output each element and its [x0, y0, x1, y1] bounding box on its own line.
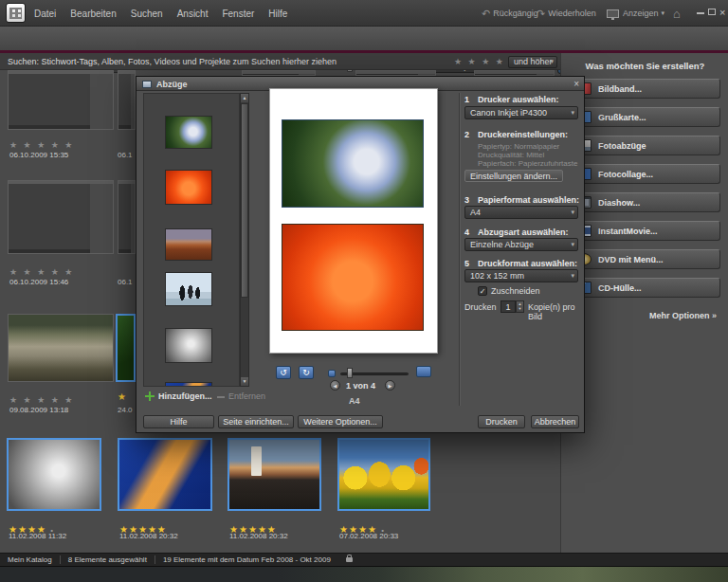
redo-icon: ↷ [537, 8, 545, 20]
add-photos-button[interactable]: Hinzufügen... [158, 391, 212, 401]
chevron-down-icon: ▾ [571, 209, 574, 216]
catalog-name: Mein Katalog [0, 555, 61, 564]
step-number: 4 [464, 227, 469, 237]
restore-button[interactable] [708, 9, 716, 15]
thumbnail-tulips[interactable] [337, 438, 430, 511]
chevron-down-icon: ▾ [571, 241, 574, 248]
partial-thumbnail[interactable] [118, 180, 136, 254]
display-menu-button[interactable]: Anzeigen ▾ [607, 0, 664, 27]
create-photo-collage-button[interactable]: Fotocollage... [569, 164, 720, 184]
dialog-divider [459, 93, 460, 406]
rating-stars[interactable]: ★ ★ ★ ★ ★ [9, 267, 74, 277]
rotate-right-icon[interactable]: ↻ [299, 366, 314, 379]
redo-button[interactable]: ↷ Wiederholen [537, 0, 596, 27]
thumbnail-screenshot-2[interactable] [8, 180, 114, 254]
partial-thumbnail[interactable] [118, 70, 136, 130]
create-panel-title: Was möchten Sie erstellen? [561, 61, 728, 71]
rating-filter-select[interactable]: und höher ▾ [508, 56, 557, 68]
thumbnail-car[interactable] [8, 314, 114, 382]
create-dvd-menu-button[interactable]: DVD mit Menü... [569, 249, 720, 269]
rotate-left-icon[interactable]: ↺ [276, 366, 291, 379]
chevron-down-icon: ▾ [662, 9, 665, 17]
minimize-button[interactable] [697, 12, 704, 14]
printer-select[interactable]: Canon Inkjet iP4300 ▾ [464, 106, 578, 119]
queue-thumb-jellyfish[interactable] [165, 382, 212, 387]
item-date: 24.0 [118, 406, 133, 414]
menu-bearbeiten[interactable]: Bearbeiten [70, 9, 116, 19]
paper-size-select[interactable]: A4 ▾ [464, 206, 578, 219]
remove-icon [217, 396, 225, 398]
lock-icon [346, 557, 353, 562]
rating-stars[interactable]: ★ [118, 391, 127, 402]
create-greeting-card-button[interactable]: Grußkarte... [569, 107, 720, 127]
menu-hilfe[interactable]: Hilfe [268, 9, 287, 19]
crop-checkbox[interactable]: ✓ [478, 286, 487, 296]
change-settings-button[interactable]: Einstellungen ändern... [464, 170, 563, 182]
menu-fenster[interactable]: Fenster [222, 9, 254, 19]
strip-scrollbar[interactable]: ▲ ▼ [240, 93, 249, 387]
thumbnail-jellyfish[interactable] [118, 438, 212, 511]
queue-thumb-desert[interactable] [165, 228, 212, 261]
create-photo-book-button[interactable]: Bildband... [569, 79, 720, 99]
create-cd-jacket-button[interactable]: CD-Hülle... [569, 278, 720, 298]
thumbnail-koala[interactable] [7, 438, 101, 511]
copies-stepper[interactable]: ▲ ▼ [516, 300, 524, 313]
help-button[interactable]: Hilfe [143, 415, 214, 428]
zoom-slider-handle[interactable] [347, 368, 353, 378]
status-bar: Mein Katalog 8 Elemente ausgewählt 19 El… [0, 553, 728, 566]
create-instant-movie-button[interactable]: InstantMovie... [569, 221, 720, 241]
step-number: 5 [464, 259, 469, 268]
menu-bar: Datei Bearbeiten Suchen Ansicht Fenster … [34, 0, 301, 27]
thumbnail-screenshot-1[interactable] [8, 70, 114, 130]
more-options-button[interactable]: Weitere Optionen... [298, 415, 383, 428]
rating-stars[interactable]: ★ ★ ★ ★ ★ [9, 395, 74, 405]
create-panel: Was möchten Sie erstellen? Bildband... G… [560, 53, 728, 553]
next-page-button[interactable]: ▶ [385, 380, 395, 391]
home-icon[interactable]: ⌂ [673, 7, 681, 21]
add-icon [145, 391, 155, 401]
queue-thumb-dahlia[interactable] [165, 170, 212, 205]
scroll-down-icon[interactable]: ▼ [241, 377, 248, 386]
thumbnail-lighthouse[interactable] [228, 438, 321, 511]
menu-ansicht[interactable]: Ansicht [177, 9, 209, 19]
item-date: 06.10.2009 15:46 [9, 278, 68, 286]
rating-stars[interactable]: ★ ★ ★ ★ ★ [9, 140, 74, 150]
app-logo-icon [6, 3, 26, 23]
create-photo-prints-button[interactable]: Fotoabzüge [569, 136, 720, 155]
main-toolbar: ◄ ► ↺ ↻ ▶ Datum (Abst.) ▾ ✓ Details Orga… [0, 27, 728, 53]
stepper-down-icon[interactable]: ▼ [517, 306, 523, 311]
printer-settings-label: Druckereinstellungen: [478, 130, 568, 139]
menu-suchen[interactable]: Suchen [131, 9, 163, 19]
copies-prefix: Drucken [464, 302, 497, 312]
zoom-fit-icon[interactable] [416, 366, 431, 377]
scrollbar-thumb[interactable] [241, 103, 248, 298]
create-slideshow-button[interactable]: Diashow... [569, 192, 720, 212]
close-button[interactable]: × [719, 8, 725, 17]
previous-page-button[interactable]: ◀ [330, 380, 340, 391]
dialog-close-icon[interactable]: × [573, 79, 579, 89]
item-date: 06.1 [118, 278, 133, 286]
zoom-out-icon[interactable] [328, 370, 336, 377]
double-arrow-icon: » [712, 311, 717, 320]
scroll-up-icon[interactable]: ▲ [241, 94, 248, 102]
item-date: 11.02.2008 11:32 [9, 532, 66, 540]
dialog-title: Abzüge [156, 80, 188, 89]
print-size-select[interactable]: 102 x 152 mm ▾ [464, 269, 578, 282]
page-setup-button[interactable]: Seite einrichten... [218, 415, 294, 428]
undo-button[interactable]: ↶ Rückgängig [482, 0, 538, 27]
queue-thumb-penguins[interactable] [165, 272, 212, 306]
thumbnail-leaf-selected[interactable] [116, 314, 136, 382]
queue-thumb-hydrangea[interactable] [165, 116, 212, 149]
menu-datei[interactable]: Datei [34, 9, 56, 19]
copies-input[interactable]: 1 [500, 300, 516, 313]
print-button[interactable]: Drucken [478, 415, 525, 428]
selection-count: 8 Elemente ausgewählt [61, 555, 155, 564]
cancel-button[interactable]: Abbrechen [531, 415, 579, 428]
print-type-select[interactable]: Einzelne Abzüge ▾ [464, 238, 578, 251]
remove-photo-button[interactable]: Entfernen [228, 391, 265, 401]
item-date: 11.02.2008 20:32 [119, 532, 178, 540]
item-date: 09.08.2009 13:18 [9, 406, 68, 414]
more-options-link[interactable]: Mehr Optionen » [649, 311, 717, 320]
paper-tray-value: Papierfach: Papierzufuhrtaste [478, 159, 577, 168]
queue-thumb-koala[interactable] [165, 328, 212, 363]
